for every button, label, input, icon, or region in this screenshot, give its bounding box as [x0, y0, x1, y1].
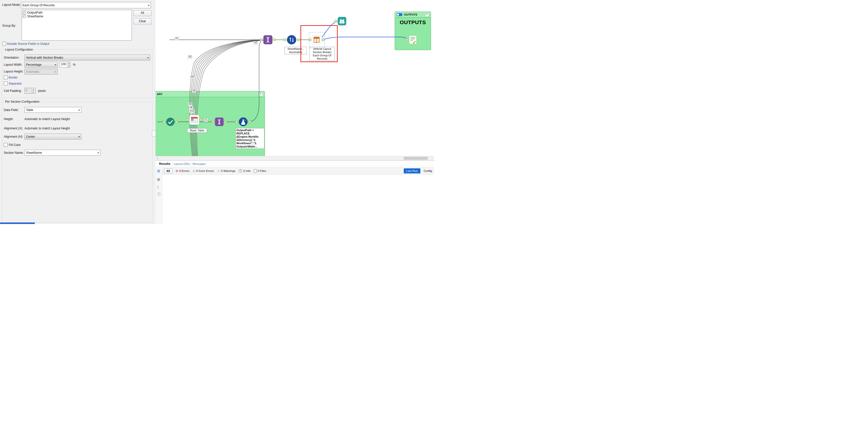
conv-errors-count: 0 Conv Errors [196, 169, 214, 172]
layout-width-stepper[interactable]: 100 [60, 62, 70, 67]
formula-tool-annotation: OutputPath = REPLACE ([Engine.Workflo wD… [236, 128, 265, 149]
alignment-v-label: Alignment (V): [4, 127, 23, 130]
data-field-label: Data Field: [4, 108, 19, 112]
data-field-select[interactable]: Table [25, 107, 82, 113]
group-by-item-label: SheetName [27, 14, 43, 18]
input-anchor[interactable] [405, 38, 408, 41]
filter-files[interactable]: 0 Files [254, 169, 266, 173]
orientation-select[interactable]: Vertical with Section Breaks [25, 55, 150, 60]
fill-color-label: Fill Color [9, 143, 21, 147]
output-anchor[interactable] [224, 120, 227, 123]
group-by-outputpath-checkbox[interactable] [23, 11, 26, 14]
spinner-up-icon[interactable] [67, 62, 70, 65]
layout-height-value: Automatic [25, 70, 54, 73]
sort-tool-icon [286, 35, 297, 45]
layout-mode-label: Layout Mode: [2, 3, 21, 6]
cell-padding-unit: pixels [38, 89, 46, 93]
render-output-tool[interactable] [408, 35, 417, 44]
alignment-h-label: Alignment (H): [4, 135, 23, 138]
messages-view-icon[interactable] [157, 169, 160, 173]
separator-label: Separator [8, 82, 22, 85]
config-button[interactable]: Config [424, 169, 432, 172]
list-item[interactable]: SheetName [23, 14, 131, 18]
alignment-h-select[interactable]: Center [25, 134, 82, 139]
chevron-down-icon [54, 69, 58, 74]
transpose-tool[interactable] [215, 117, 224, 126]
wire-label: #6 [189, 106, 193, 109]
wire-label: #3 [188, 55, 192, 59]
sort-tool[interactable] [286, 35, 297, 45]
input-anchor[interactable] [260, 38, 262, 41]
table-tool-icon [189, 115, 199, 125]
data-field-value: Table [25, 108, 77, 112]
grid-view-icon[interactable] [157, 178, 160, 181]
layout-mode-select[interactable]: Each Group Of Records [21, 2, 151, 8]
panel-splitter-handle[interactable] [152, 131, 156, 137]
spinner-down-icon[interactable] [67, 65, 70, 67]
chevron-down-icon [54, 62, 58, 67]
output-anchor[interactable] [273, 38, 276, 41]
list-item[interactable]: OutputPath [23, 10, 131, 14]
filter-errors[interactable]: 0 Errors [176, 169, 189, 172]
files-count: 0 Files [257, 169, 266, 172]
last-run-button[interactable]: Last Run [404, 168, 421, 173]
orientation-value: Vertical with Section Breaks [25, 56, 146, 59]
report-view-icon[interactable] [157, 185, 160, 189]
filter-all-button[interactable]: All [164, 169, 173, 173]
clear-button[interactable]: Clear [133, 19, 152, 25]
all-button[interactable]: All [133, 10, 152, 16]
input-anchor[interactable] [283, 38, 286, 41]
help-icon[interactable] [157, 192, 160, 196]
layout-width-unit: % [73, 63, 75, 66]
unique-tool[interactable] [166, 117, 175, 126]
workflow-canvas[interactable]: ARY OUTPUTS OUTPUTS [155, 0, 434, 160]
warnings-count: 0 Warnings [221, 169, 236, 172]
group-by-list[interactable]: OutputPath SheetName [22, 10, 132, 40]
basic-table-tool[interactable] [189, 115, 199, 125]
input-anchor[interactable] [236, 120, 238, 123]
output-anchor[interactable] [176, 120, 178, 123]
layout-mode-value: Each Group Of Records [21, 3, 147, 7]
chevron-down-icon [77, 134, 81, 139]
results-subtitle: - Layout (281) - Messages [172, 162, 206, 165]
browse-tool[interactable] [338, 16, 346, 26]
error-icon [176, 169, 178, 172]
canvas-horizontal-scrollbar[interactable] [155, 156, 434, 160]
bottom-accent-strip [0, 222, 35, 224]
tool-configuration-panel: Layout Mode: Each Group Of Records Outpu… [0, 0, 156, 224]
layout-width-select[interactable]: Percentage [25, 62, 58, 67]
wire-label: #2 [253, 41, 258, 44]
basic-table-annotation: Basic Table [187, 128, 207, 133]
output-anchor[interactable] [200, 118, 203, 121]
crosstab-tool[interactable] [263, 35, 273, 44]
filter-warnings[interactable]: 0 Warnings [217, 169, 236, 172]
output-anchor[interactable] [297, 38, 300, 41]
section-name-select[interactable]: SheetName [25, 150, 100, 156]
cell-padding-value: 0 [25, 88, 31, 93]
filter-conv-errors[interactable]: 0 Conv Errors [193, 169, 214, 172]
output-anchor[interactable] [248, 120, 251, 123]
chevron-down-icon [146, 55, 150, 60]
formula-tool[interactable] [239, 117, 248, 127]
separator-checkbox[interactable] [4, 81, 7, 85]
input-anchor[interactable] [163, 120, 165, 123]
height-label: Height: [4, 117, 13, 121]
border-checkbox[interactable] [4, 75, 7, 79]
scrollbar-thumb[interactable] [404, 157, 428, 160]
group-by-sheetname-checkbox[interactable] [23, 14, 26, 18]
border-label: Border [8, 76, 18, 79]
include-source-fields-checkbox[interactable] [2, 42, 6, 45]
include-source-fields-label: Include Source Fields in Output [7, 42, 49, 45]
chevron-down-icon [77, 107, 81, 112]
fill-color-checkbox[interactable] [4, 143, 7, 147]
input-anchor[interactable] [186, 118, 189, 121]
connection-wires [155, 0, 434, 156]
orientation-label: Orientation: [4, 56, 20, 59]
layout-configuration-title: Layout Configuration [4, 48, 34, 51]
input-anchor[interactable] [335, 20, 337, 23]
scroll-left-icon[interactable] [155, 156, 160, 160]
input-anchor[interactable] [212, 120, 214, 123]
chevron-down-icon [96, 150, 100, 155]
wire-label: #8 [188, 102, 192, 106]
filter-info[interactable]: 0 Info [239, 169, 250, 173]
